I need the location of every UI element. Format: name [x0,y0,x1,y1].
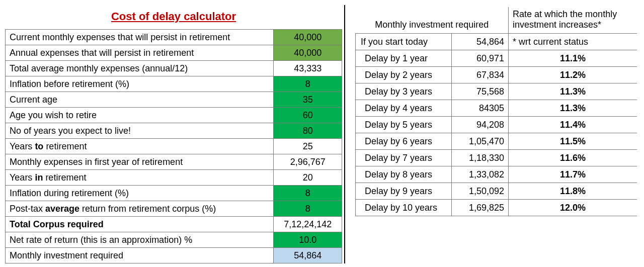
delay-label: Delay by 1 year [356,50,452,67]
row-value: 7,12,24,142 [274,217,342,232]
row-value: 25 [274,139,342,154]
delay-rate: 11.2% [509,67,637,83]
delay-rate: 11.4% [509,117,637,133]
delay-label: If you start today [356,34,452,50]
delay-note: * wrt current status [509,34,637,50]
row-label: Net rate of return (this is an approxima… [6,232,274,248]
table-row: Current monthly expenses that will persi… [6,30,342,45]
table-row: Inflation during retirement (%)8 [6,186,342,201]
delay-amount: 1,50,092 [451,183,508,200]
delay-rate: 11.5% [509,133,637,150]
row-value: 20 [274,170,342,186]
delay-amount: 67,834 [451,67,508,83]
delay-amount: 1,33,082 [451,166,508,183]
row-value: 8 [274,201,342,217]
table-row: Delay by 6 years1,05,47011.5% [356,133,637,150]
delay-label: Delay by 5 years [356,117,452,133]
row-label: Current monthly expenses that will persi… [6,30,274,45]
row-label: Age you wish to retire [6,108,274,123]
table-row: Monthly investment required54,864 [6,248,342,263]
table-row: Years to retirement25 [6,139,342,154]
table-row: Years in retirement20 [6,170,342,186]
row-value: 60 [274,108,342,123]
delay-header-investment: Monthly investment required [356,7,509,34]
delay-amount: 54,864 [451,34,508,50]
delay-amount: 1,05,470 [451,133,508,150]
row-value: 2,96,767 [274,154,342,170]
delay-amount: 94,208 [451,117,508,133]
table-row: Total average monthly expenses (annual/1… [6,61,342,76]
row-value: 40,000 [274,45,342,61]
delay-label: Delay by 4 years [356,100,452,117]
row-value: 10.0 [274,232,342,248]
row-label: Inflation before retirement (%) [6,76,274,92]
row-label: Years to retirement [6,139,274,154]
row-label: Inflation during retirement (%) [6,186,274,201]
delay-label: Delay by 7 years [356,150,452,166]
delay-amount: 75,568 [451,83,508,100]
table-row: Delay by 3 years75,56811.3% [356,83,637,100]
row-label: Monthly expenses in first year of retire… [6,154,274,170]
delay-label: Delay by 10 years [356,200,452,216]
delay-label: Delay by 6 years [356,133,452,150]
table-row: Monthly expenses in first year of retire… [6,154,342,170]
delay-amount: 84305 [451,100,508,117]
calculator-table: Current monthly expenses that will persi… [5,29,342,263]
table-row: Delay by 10 years1,69,82512.0% [356,200,637,216]
table-row: Delay by 8 years1,33,08211.7% [356,166,637,183]
row-label: Current age [6,92,274,108]
row-label: Total average monthly expenses (annual/1… [6,61,274,76]
row-value: 80 [274,123,342,139]
row-label: Total Corpus required [6,217,274,232]
table-row: Delay by 7 years1,18,33011.6% [356,150,637,166]
table-row: Net rate of return (this is an approxima… [6,232,342,248]
table-row: No of years you expect to live!80 [6,123,342,139]
row-value: 35 [274,92,342,108]
row-label: Years in retirement [6,170,274,186]
page-title: Cost of delay calculator [5,5,342,29]
table-row: Annual expenses that will persist in ret… [6,45,342,61]
delay-rate: 12.0% [509,200,637,216]
delay-table: Monthly investment required Rate at whic… [355,7,637,216]
delay-amount: 1,18,330 [451,150,508,166]
row-value: 54,864 [274,248,342,263]
row-value: 40,000 [274,30,342,45]
table-row: Age you wish to retire60 [6,108,342,123]
table-row: Total Corpus required7,12,24,142 [6,217,342,232]
delay-rate: 11.8% [509,183,637,200]
delay-rate: 11.6% [509,150,637,166]
table-row: If you start today54,864* wrt current st… [356,34,637,50]
delay-label: Delay by 9 years [356,183,452,200]
row-value: 43,333 [274,61,342,76]
row-label: No of years you expect to live! [6,123,274,139]
delay-panel: Monthly investment required Rate at whic… [355,5,637,216]
table-row: Inflation before retirement (%)8 [6,76,342,92]
table-row: Current age35 [6,92,342,108]
delay-amount: 60,971 [451,50,508,67]
row-value: 8 [274,76,342,92]
table-row: Delay by 2 years67,83411.2% [356,67,637,83]
delay-header-rate: Rate at which the monthly investment inc… [509,7,637,34]
row-value: 8 [274,186,342,201]
delay-rate: 11.1% [509,50,637,67]
row-label: Post-tax average return from retirement … [6,201,274,217]
row-label: Annual expenses that will persist in ret… [6,45,274,61]
table-row: Delay by 4 years8430511.3% [356,100,637,117]
table-row: Delay by 1 year60,97111.1% [356,50,637,67]
delay-rate: 11.7% [509,166,637,183]
delay-label: Delay by 8 years [356,166,452,183]
delay-label: Delay by 2 years [356,67,452,83]
table-row: Post-tax average return from retirement … [6,201,342,217]
table-row: Delay by 9 years1,50,09211.8% [356,183,637,200]
delay-label: Delay by 3 years [356,83,452,100]
calculator-panel: Cost of delay calculator Current monthly… [5,5,345,263]
delay-rate: 11.3% [509,100,637,117]
row-label: Monthly investment required [6,248,274,263]
delay-amount: 1,69,825 [451,200,508,216]
table-row: Delay by 5 years94,20811.4% [356,117,637,133]
delay-rate: 11.3% [509,83,637,100]
